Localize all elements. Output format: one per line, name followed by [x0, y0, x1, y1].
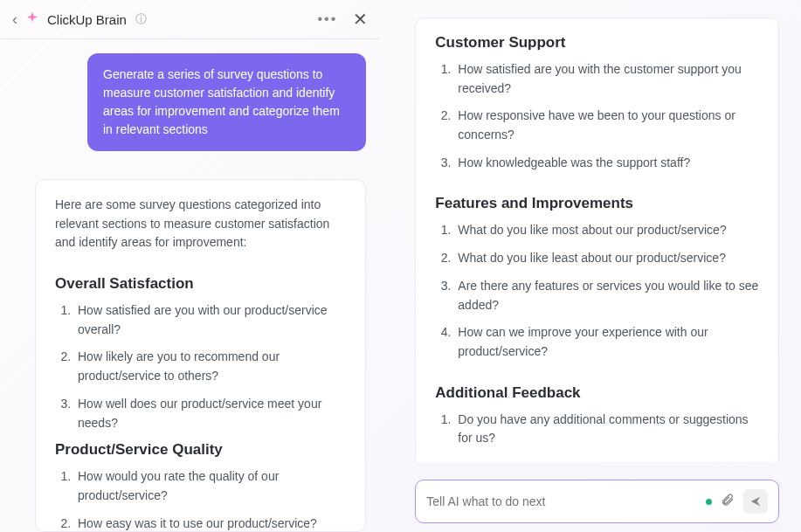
close-icon[interactable]: ✕	[353, 9, 368, 30]
response-card-left: Here are some survey questions categoriz…	[35, 179, 366, 532]
question-item: Are there any features or services you w…	[454, 277, 759, 314]
attach-icon[interactable]	[721, 493, 735, 510]
section-title: Overall Satisfaction	[55, 275, 346, 293]
question-item: Do you have any additional comments or s…	[454, 411, 759, 448]
section-title: Product/Service Quality	[55, 441, 346, 459]
question-list: How satisfied are you with our product/s…	[55, 301, 346, 432]
question-item: How knowledgeable was the support staff?	[454, 154, 759, 173]
status-dot-icon	[706, 499, 712, 505]
section-title: Features and Improvements	[435, 195, 759, 212]
question-list: Do you have any additional comments or s…	[435, 411, 759, 448]
question-item: How well does our product/service meet y…	[74, 395, 346, 432]
question-item: What do you like most about our product/…	[454, 221, 759, 240]
question-item: How easy was it to use our product/servi…	[74, 515, 346, 532]
ai-input-bar[interactable]	[415, 480, 779, 523]
ai-input[interactable]	[426, 494, 697, 508]
question-item: How satisfied are you with the customer …	[454, 60, 759, 98]
more-icon[interactable]: •••	[318, 11, 338, 27]
response-intro: Here are some survey questions categoriz…	[55, 196, 346, 252]
question-item: How would you rate the quality of our pr…	[74, 467, 346, 505]
question-item: How can we improve your experience with …	[454, 323, 759, 361]
send-button[interactable]	[743, 489, 768, 514]
question-item: How responsive have we been to your ques…	[454, 107, 759, 144]
section-title: Customer Support	[435, 34, 759, 52]
question-list: What do you like most about our product/…	[435, 221, 759, 361]
page-title: ClickUp Brain	[47, 12, 127, 27]
question-item: How satisfied are you with our product/s…	[74, 301, 346, 339]
question-list: How would you rate the quality of our pr…	[55, 467, 346, 532]
response-card-right: Customer SupportHow satisfied are you wi…	[415, 17, 779, 462]
user-prompt-bubble: Generate a series of survey questions to…	[87, 53, 366, 151]
section-title: Additional Feedback	[435, 384, 759, 402]
back-chevron-icon[interactable]: ‹	[12, 10, 17, 29]
ai-star-icon	[24, 10, 40, 29]
info-icon[interactable]: ⓘ	[135, 11, 147, 27]
question-item: How likely are you to recommend our prod…	[74, 348, 346, 385]
question-item: What do you like least about our product…	[454, 249, 759, 268]
header: ‹ ClickUp Brain ⓘ ••• ✕	[0, 0, 380, 39]
question-list: How satisfied are you with the customer …	[435, 60, 759, 172]
